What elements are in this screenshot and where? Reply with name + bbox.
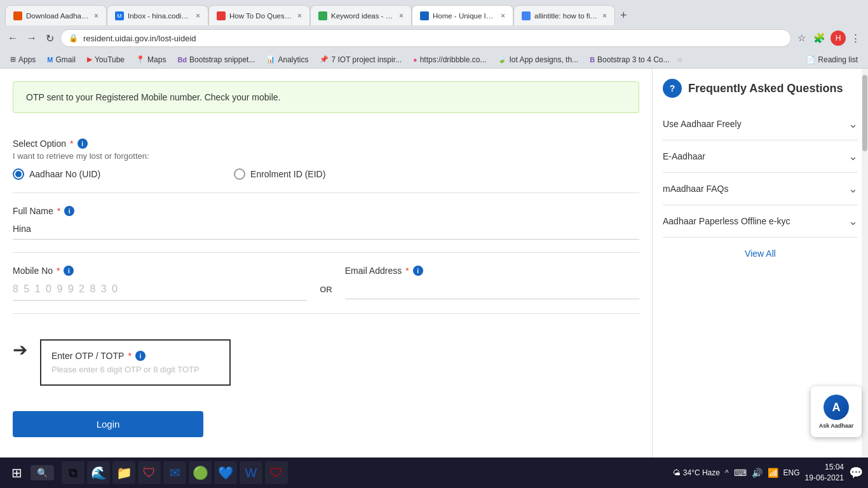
tab-6[interactable]: allintitle: how to find ... × — [513, 5, 615, 25]
login-button[interactable]: Login — [13, 411, 203, 437]
faq-item-3[interactable]: Aadhaar Paperless Offline e-kyc ⌄ — [663, 205, 858, 238]
required-star-name: * — [57, 206, 60, 216]
lock-icon: 🔒 — [69, 34, 78, 43]
vscode-icon: 💙 — [218, 465, 234, 480]
radio-aadhaar-label: Aadhaar No (UID) — [29, 169, 100, 179]
faq-chevron-0: ⌄ — [848, 117, 858, 131]
required-star-otp: * — [128, 351, 131, 361]
taskbar-chrome[interactable]: 🟢 — [189, 461, 212, 484]
tab-close-4[interactable]: × — [399, 11, 403, 20]
taskbar-vscode[interactable]: 💙 — [214, 461, 237, 484]
info-icon-select[interactable]: i — [78, 139, 88, 149]
info-icon-email[interactable]: i — [413, 266, 423, 276]
more-button[interactable]: ⋮ — [848, 30, 863, 46]
tab-label-5: Home - Unique Identi... — [433, 12, 497, 20]
scrollbar[interactable] — [862, 69, 868, 488]
info-icon-otp[interactable]: i — [135, 351, 146, 361]
email-col: Email Address * i — [345, 266, 639, 299]
taskbar-weather: 🌤 34°C Haze — [673, 468, 720, 477]
taskbar-right: 🌤 34°C Haze ^ ⌨ 🔊 📶 ENG 15:04 19-06-2021… — [673, 462, 863, 484]
keyboard-icon[interactable]: ⌨ — [734, 468, 747, 478]
radio-enrolment-button[interactable] — [234, 168, 245, 180]
back-button[interactable]: ← — [5, 30, 20, 46]
taskbar-mail[interactable]: ✉ — [163, 461, 186, 484]
start-button[interactable]: ⊞ — [5, 461, 28, 484]
bookmark-more[interactable]: » — [677, 54, 682, 65]
tab-close-5[interactable]: × — [501, 11, 505, 20]
chrome-icon: 🟢 — [193, 465, 208, 480]
email-input[interactable] — [345, 278, 639, 299]
taskbar-task-view[interactable]: ⧉ — [62, 461, 85, 484]
radio-group: Aadhaar No (UID) Enrolment ID (EID) — [13, 168, 639, 180]
faq-item-1[interactable]: E-Aadhaar ⌄ — [663, 140, 858, 173]
ask-aadhaar-widget[interactable]: A Ask Aadhaar — [811, 386, 862, 437]
bookmark-label-iot-app: Iot App designs, th... — [509, 55, 578, 64]
bookmark-bootstrap2[interactable]: B Bootstrap 3 to 4 Co... — [585, 54, 674, 65]
faq-item-2[interactable]: mAadhaar FAQs ⌄ — [663, 173, 858, 205]
bookmark-dribbble[interactable]: ● https://dribbble.co... — [408, 54, 491, 65]
refresh-button[interactable]: ↻ — [43, 30, 57, 47]
taskbar-edge[interactable]: 🌊 — [87, 461, 110, 484]
faq-item-0[interactable]: Use Aadhaar Freely ⌄ — [663, 108, 858, 140]
tab-close-6[interactable]: × — [602, 11, 607, 20]
tab-3[interactable]: How To Do Question ... × — [208, 5, 310, 25]
wifi-icon[interactable]: 📶 — [768, 468, 778, 478]
bookmark-star-button[interactable]: ☆ — [795, 30, 808, 46]
radio-aadhaar-button[interactable] — [13, 168, 24, 180]
bookmark-gmail[interactable]: M Gmail — [42, 54, 81, 65]
tab-label-1: Download Aadhar Car... — [26, 12, 90, 20]
tab-close-1[interactable]: × — [94, 11, 98, 20]
taskbar-antivirus[interactable]: 🛡 — [138, 461, 161, 484]
bootstrap-icon: Bd — [177, 56, 187, 64]
bookmarks-bar: ⊞ Apps M Gmail ▶ YouTube 📍 Maps Bd Boots… — [0, 51, 868, 69]
tab-label-6: allintitle: how to find ... — [534, 12, 599, 20]
view-all-link[interactable]: View All — [745, 248, 776, 259]
tab-5[interactable]: Home - Unique Identi... × — [412, 5, 513, 25]
select-option-sublabel: I want to retrieve my lost or forgotten: — [13, 151, 639, 161]
info-icon-mobile[interactable]: i — [64, 266, 74, 276]
tab-4[interactable]: Keyword ideas - 796-S... × — [310, 5, 412, 25]
bookmark-iot[interactable]: 📌 7 IOT project inspir... — [315, 54, 407, 65]
bookmark-apps[interactable]: ⊞ Apps — [5, 54, 41, 65]
chevron-up-icon[interactable]: ^ — [725, 468, 729, 477]
notification-icon[interactable]: 💬 — [849, 466, 863, 480]
mobile-input[interactable] — [13, 278, 307, 301]
full-name-input[interactable] — [13, 219, 639, 240]
aadhaar-logo: A — [824, 395, 849, 420]
view-all: View All — [663, 238, 858, 269]
bookmark-iot-app[interactable]: 🍃 Iot App designs, th... — [492, 54, 583, 65]
new-tab-button[interactable]: + — [615, 9, 632, 22]
radio-aadhaar[interactable]: Aadhaar No (UID) — [13, 168, 100, 180]
bookmark-bootstrap[interactable]: Bd Bootstrap snippet... — [172, 54, 260, 65]
info-icon-name[interactable]: i — [64, 206, 74, 216]
tab-1[interactable]: Download Aadhar Car... × — [5, 5, 107, 25]
radio-enrolment[interactable]: Enrolment ID (EID) — [234, 168, 325, 180]
bookmark-label-gmail: Gmail — [56, 55, 76, 64]
bookmark-label-dribbble: https://dribbble.co... — [420, 55, 487, 64]
bookmark-youtube[interactable]: ▶ YouTube — [82, 54, 130, 65]
form-area: Select Option * i I want to retrieve my … — [0, 126, 652, 463]
iot-icon: 📌 — [320, 55, 329, 64]
taskbar-explorer[interactable]: 📁 — [112, 461, 135, 484]
extensions-button[interactable]: 🧩 — [811, 30, 828, 46]
bookmark-analytics[interactable]: 📊 Analytics — [261, 54, 313, 65]
tab-close-2[interactable]: × — [196, 11, 200, 20]
otp-label: Enter OTP / TOTP * i — [51, 351, 219, 361]
tab-2[interactable]: M Inbox - hina.codingpu... × — [107, 5, 208, 25]
bookmark-reading-list[interactable]: 📄 Reading list — [801, 54, 863, 65]
address-bar[interactable]: 🔒 resident.uidai.gov.in/lost-uideid — [60, 29, 791, 47]
bookmark-maps[interactable]: 📍 Maps — [131, 54, 171, 65]
bootstrap2-icon: B — [590, 56, 595, 64]
tab-close-3[interactable]: × — [297, 11, 302, 20]
forward-button[interactable]: → — [24, 30, 39, 46]
scroll-thumb[interactable] — [862, 75, 867, 151]
taskbar-search[interactable]: 🔍 — [31, 465, 54, 480]
otp-box: Enter OTP / TOTP * i Please enter 6 digi… — [40, 339, 231, 386]
mobile-email-section: Mobile No * i OR Email Address * i — [13, 253, 639, 314]
faq-item-text-0: Use Aadhaar Freely — [663, 119, 742, 129]
taskbar-word[interactable]: W — [240, 461, 262, 484]
tab-favicon-4 — [318, 11, 327, 20]
profile-button[interactable]: H — [831, 30, 846, 46]
taskbar-security[interactable]: 🛡 — [265, 461, 288, 484]
volume-icon[interactable]: 🔊 — [752, 468, 763, 478]
